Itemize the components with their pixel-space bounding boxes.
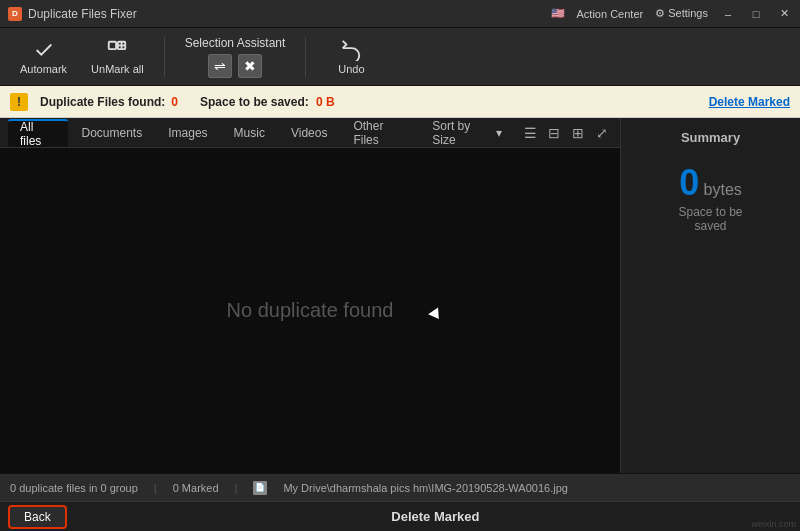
sa-icon-2-btn[interactable]: ✖	[238, 54, 262, 78]
summary-title: Summary	[681, 130, 740, 145]
warning-icon: !	[10, 93, 28, 111]
content-panel: All filesDocumentsImagesMusicVideosOther…	[0, 118, 620, 473]
grid-view-icon[interactable]: ⊞	[568, 123, 588, 143]
unmark-all-icon	[106, 39, 128, 61]
sort-chevron-icon: ▾	[496, 126, 502, 140]
undo-icon	[340, 39, 362, 61]
duplicate-value: 0	[171, 95, 178, 109]
filter-tabs: All filesDocumentsImagesMusicVideosOther…	[0, 118, 620, 148]
space-label: Space to be saved: 0 B	[200, 95, 335, 109]
marked-count-status: 0 Marked	[173, 482, 219, 494]
list-view-icon[interactable]: ☰	[520, 123, 540, 143]
filter-tab-documents[interactable]: Documents	[70, 119, 155, 147]
action-center-btn[interactable]: Action Center	[577, 8, 644, 20]
delete-marked-bottom-button[interactable]: Delete Marked	[391, 509, 479, 524]
titlebar-left: D Duplicate Files Fixer	[8, 7, 137, 21]
filter-tab-images[interactable]: Images	[156, 119, 219, 147]
selection-assistant-icons: ⇌ ✖	[208, 54, 262, 78]
automark-icon	[33, 39, 55, 61]
detail-view-icon[interactable]: ⊟	[544, 123, 564, 143]
selection-assistant-label: Selection Assistant	[185, 36, 286, 50]
file-path-status: My Drive\dharmshala pics hm\IMG-20190528…	[283, 482, 568, 494]
unmark-all-label: UnMark all	[91, 63, 144, 75]
space-value: 0 B	[316, 95, 335, 109]
summary-panel: Summary 0 bytes Space to be saved	[620, 118, 800, 473]
undo-label: Undo	[338, 63, 364, 75]
duplicate-count-status: 0 duplicate files in 0 group	[10, 482, 138, 494]
delete-marked-top-button[interactable]: Delete Marked	[709, 95, 790, 109]
infobar-text: Duplicate Files found: 0 Space to be sav…	[40, 95, 697, 109]
infobar: ! Duplicate Files found: 0 Space to be s…	[0, 86, 800, 118]
summary-bytes-unit: bytes	[704, 181, 742, 198]
undo-button[interactable]: Undo	[326, 39, 376, 75]
fullscreen-icon[interactable]: ⤢	[592, 123, 612, 143]
titlebar: D Duplicate Files Fixer 🇺🇸 Action Center…	[0, 0, 800, 28]
filter-tab-other-files[interactable]: Other Files	[341, 119, 420, 147]
no-duplicate-message: No duplicate found	[227, 299, 394, 322]
filter-tab-music[interactable]: Music	[222, 119, 277, 147]
statusbar: 0 duplicate files in 0 group | 0 Marked …	[0, 473, 800, 501]
svg-rect-0	[109, 41, 116, 48]
watermark: weixin.com	[751, 519, 796, 529]
automark-label: Automark	[20, 63, 67, 75]
main-area: All filesDocumentsImagesMusicVideosOther…	[0, 118, 800, 473]
automark-button[interactable]: Automark	[12, 33, 75, 81]
sort-control[interactable]: Sort by Size ▾	[424, 117, 510, 149]
close-btn[interactable]: ✕	[776, 6, 792, 22]
toolbar-divider-1	[164, 37, 165, 77]
toolbar-divider-2	[305, 37, 306, 77]
app-title: Duplicate Files Fixer	[28, 7, 137, 21]
sa-icon-1-btn[interactable]: ⇌	[208, 54, 232, 78]
unmark-all-button[interactable]: UnMark all	[83, 33, 152, 81]
selection-assistant-area: Selection Assistant ⇌ ✖	[185, 36, 286, 78]
duplicate-label: Duplicate Files found:	[40, 95, 165, 109]
back-button[interactable]: Back	[8, 505, 67, 529]
app-icon: D	[8, 7, 22, 21]
titlebar-controls: 🇺🇸 Action Center ⚙ Settings – □ ✕	[551, 6, 792, 22]
minimize-btn[interactable]: –	[720, 6, 736, 22]
settings-btn[interactable]: ⚙ Settings	[655, 7, 708, 20]
filter-tab-all-files[interactable]: All files	[8, 119, 68, 147]
flag-icon[interactable]: 🇺🇸	[551, 7, 565, 20]
sort-label: Sort by Size	[432, 119, 492, 147]
view-icons: ☰⊟⊞⤢	[520, 123, 612, 143]
mouse-cursor	[428, 307, 444, 322]
summary-bytes-container: 0 bytes	[679, 165, 742, 201]
file-area: No duplicate found	[0, 148, 620, 473]
summary-description: Space to be saved	[678, 205, 742, 233]
maximize-btn[interactable]: □	[748, 6, 764, 22]
file-icon: 📄	[253, 481, 267, 495]
bottombar: Back Delete Marked	[0, 501, 800, 531]
summary-bytes-value: 0	[679, 162, 699, 203]
filter-tab-videos[interactable]: Videos	[279, 119, 339, 147]
toolbar: Automark UnMark all Selection Assistant …	[0, 28, 800, 86]
